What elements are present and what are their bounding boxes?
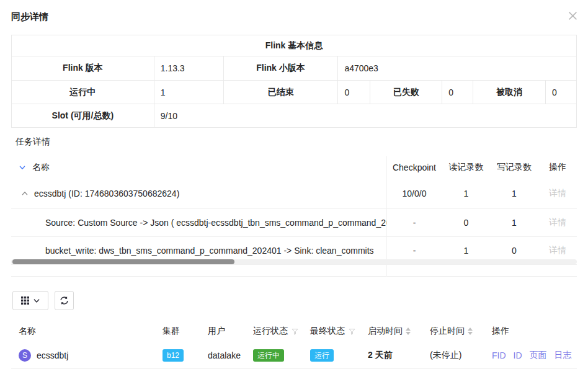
task-read-count: 1 bbox=[442, 246, 490, 256]
task-table: 名称 Checkpoint 读记录数 写记录数 操作 ecssdbtj (ID:… bbox=[11, 156, 577, 277]
task-checkpoint: - bbox=[386, 218, 442, 228]
chevron-down-icon[interactable] bbox=[19, 164, 26, 171]
column-settings-button[interactable] bbox=[12, 291, 48, 310]
flink-minor-version-label: Flink 小版本 bbox=[223, 56, 338, 81]
run-status-badge: 运行中 bbox=[253, 349, 284, 362]
failed-value: 0 bbox=[442, 81, 473, 104]
running-label: 运行中 bbox=[12, 81, 154, 104]
horizontal-scrollbar[interactable] bbox=[11, 259, 577, 264]
flink-minor-version-value: a4700e3 bbox=[338, 56, 577, 81]
flink-info-caption: Flink 基本信息 bbox=[12, 35, 577, 56]
fixed-column-divider bbox=[386, 156, 387, 277]
jobs-table: 名称 集群 用户 运行状态 最终状态 启动时间 停止时间 bbox=[11, 320, 577, 368]
chevron-down-icon bbox=[33, 298, 40, 304]
task-write-count: 0 bbox=[490, 246, 538, 256]
close-icon[interactable] bbox=[568, 11, 577, 20]
toolbar bbox=[12, 291, 74, 310]
finished-label: 已结束 bbox=[223, 81, 338, 104]
canceled-value: 0 bbox=[545, 81, 576, 104]
finished-value: 0 bbox=[338, 81, 370, 104]
run-status-label: 运行状态 bbox=[253, 326, 288, 337]
task-write-count: 1 bbox=[490, 218, 538, 228]
task-write-count: 1 bbox=[490, 189, 538, 198]
task-details-title: 任务详情 bbox=[16, 136, 50, 148]
refresh-icon bbox=[60, 296, 69, 305]
task-read-count: 1 bbox=[442, 189, 490, 198]
id-link[interactable]: ID bbox=[514, 350, 522, 360]
canceled-label: 被取消 bbox=[473, 81, 546, 104]
details-link[interactable]: 详情 bbox=[549, 245, 566, 255]
task-checkpoint: - bbox=[386, 246, 442, 256]
jobs-col-cluster: 集群 bbox=[155, 326, 200, 337]
task-name: bucket_write: dws_tbn_sms_command_p_comm… bbox=[45, 246, 374, 256]
flink-version-value: 1.13.3 bbox=[154, 56, 223, 81]
flink-info-table: Flink 基本信息 Flink 版本 1.13.3 Flink 小版本 a47… bbox=[11, 35, 577, 128]
refresh-button[interactable] bbox=[55, 291, 74, 310]
slot-label: Slot (可用/总数) bbox=[12, 104, 154, 128]
jobs-col-name: 名称 bbox=[11, 326, 155, 337]
table-row: ecssdbtj (ID: 1746803603750682624) 10/0/… bbox=[11, 179, 577, 209]
details-link[interactable]: 详情 bbox=[549, 217, 566, 227]
stop-time-label: 停止时间 bbox=[430, 326, 465, 337]
task-table-header: 名称 Checkpoint 读记录数 写记录数 操作 bbox=[11, 156, 577, 179]
final-status-badge: 运行 bbox=[310, 349, 334, 362]
avatar: S bbox=[19, 349, 31, 362]
task-col-read: 读记录数 bbox=[442, 162, 490, 173]
scrollbar-thumb[interactable] bbox=[12, 259, 234, 264]
jobs-col-start-time[interactable]: 启动时间 bbox=[360, 326, 422, 337]
task-read-count: 0 bbox=[442, 218, 490, 228]
jobs-col-user: 用户 bbox=[200, 326, 246, 337]
table-row: Source: Custom Source -> Json ( ecssdbtj… bbox=[11, 209, 577, 237]
jobs-col-run-status[interactable]: 运行状态 bbox=[246, 326, 303, 337]
flink-version-label: Flink 版本 bbox=[12, 56, 154, 81]
fid-link[interactable]: FID bbox=[492, 350, 506, 360]
filter-icon[interactable] bbox=[292, 328, 298, 335]
task-col-ops: 操作 bbox=[538, 162, 577, 173]
grid-icon bbox=[21, 297, 29, 305]
log-link[interactable]: 日志 bbox=[555, 350, 572, 361]
filter-icon[interactable] bbox=[349, 328, 355, 335]
jobs-table-header: 名称 集群 用户 运行状态 最终状态 启动时间 停止时间 bbox=[11, 320, 577, 342]
start-time-label: 启动时间 bbox=[368, 326, 403, 337]
final-status-label: 最终状态 bbox=[310, 326, 345, 337]
details-link[interactable]: 详情 bbox=[549, 188, 566, 198]
failed-label: 已失败 bbox=[370, 81, 442, 104]
sync-details-dialog: 同步详情 Flink 基本信息 Flink 版本 1.13.3 Flink 小版… bbox=[0, 0, 588, 379]
task-col-name-label: 名称 bbox=[32, 162, 50, 173]
start-time-value: 2 天前 bbox=[368, 350, 393, 361]
chevron-up-icon[interactable] bbox=[21, 190, 29, 197]
task-name: ecssdbtj (ID: 1746803603750682624) bbox=[34, 189, 179, 198]
task-name-cell: ecssdbtj (ID: 1746803603750682624) bbox=[11, 189, 386, 198]
sort-icon[interactable] bbox=[468, 328, 473, 335]
task-col-name: 名称 bbox=[11, 162, 386, 173]
running-value: 1 bbox=[154, 81, 223, 104]
sort-icon[interactable] bbox=[406, 328, 411, 335]
stop-time-value: (未停止) bbox=[430, 350, 461, 361]
slot-value: 9/10 bbox=[154, 104, 576, 128]
task-checkpoint: 10/0/0 bbox=[386, 189, 442, 198]
task-col-write: 写记录数 bbox=[490, 162, 538, 173]
jobs-col-ops: 操作 bbox=[484, 326, 577, 337]
jobs-col-stop-time[interactable]: 停止时间 bbox=[422, 326, 484, 337]
job-name: ecssdbtj bbox=[37, 350, 68, 360]
table-row: S ecssdbtj b12 datalake 运行中 运行 2 天前 (未停止… bbox=[11, 342, 577, 368]
page-title: 同步详情 bbox=[11, 11, 48, 23]
cluster-badge: b12 bbox=[163, 349, 184, 362]
task-name: Source: Custom Source -> Json ( ecssdbtj… bbox=[45, 218, 386, 228]
job-user: datalake bbox=[208, 350, 241, 360]
page-link[interactable]: 页面 bbox=[530, 350, 547, 361]
jobs-col-final-status[interactable]: 最终状态 bbox=[303, 326, 360, 337]
task-col-checkpoint: Checkpoint bbox=[386, 163, 442, 172]
